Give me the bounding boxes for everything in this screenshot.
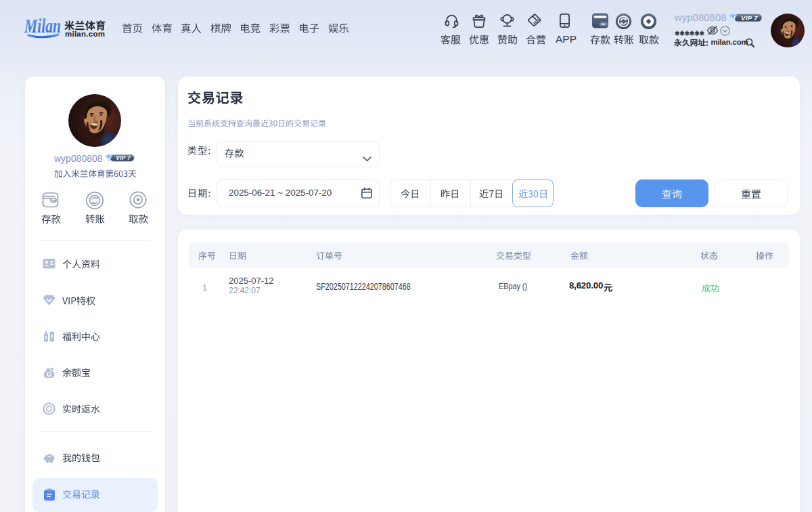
svg-text:VIP 7: VIP 7 [116,154,131,161]
svg-text:Milan: Milan [24,15,61,37]
svg-text:VIP 7: VIP 7 [741,14,758,22]
